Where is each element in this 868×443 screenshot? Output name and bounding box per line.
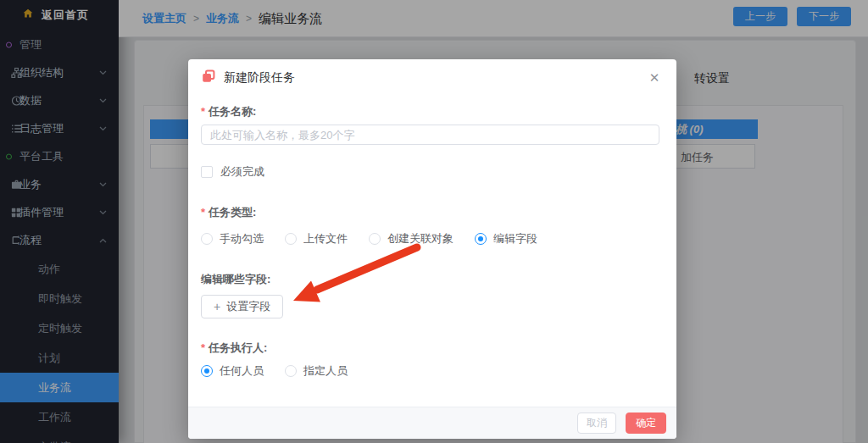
checkbox-icon[interactable]: [201, 166, 213, 178]
radio-icon[interactable]: [369, 233, 381, 245]
must-complete-label: 必须完成: [220, 164, 264, 180]
new-stage-task-modal: 新建阶段任务 ✕ *任务名称: 必须完成 *任务类型: 手动勾选: [188, 59, 676, 439]
radio-icon[interactable]: [285, 233, 297, 245]
radio-option-upload-file[interactable]: 上传文件: [285, 231, 348, 246]
radio-selected-icon[interactable]: [475, 233, 487, 245]
radio-option-any-person[interactable]: 任何人员: [201, 363, 264, 379]
radio-label: 手动勾选: [220, 231, 264, 246]
required-marker: *: [201, 206, 205, 219]
radio-icon[interactable]: [201, 233, 213, 245]
radio-label: 创建关联对象: [387, 231, 453, 246]
task-type-radio-group: 手动勾选 上传文件 创建关联对象 编辑字段: [201, 231, 537, 246]
task-type-label: *任务类型:: [201, 205, 256, 220]
task-name-input[interactable]: [201, 125, 659, 145]
radio-selected-icon[interactable]: [201, 365, 213, 377]
radio-option-edit-fields[interactable]: 编辑字段: [475, 231, 537, 246]
radio-option-manual-check[interactable]: 手动勾选: [201, 231, 264, 246]
confirm-button[interactable]: 确定: [626, 413, 666, 434]
radio-label: 上传文件: [303, 231, 348, 246]
edit-fields-label: 编辑哪些字段:: [201, 272, 270, 287]
required-marker: *: [201, 341, 205, 354]
radio-option-create-relation[interactable]: 创建关联对象: [369, 231, 453, 246]
modal-footer: 取消 确定: [188, 407, 676, 439]
app-root: 返回首页 管理 组织结构 数据: [0, 0, 868, 443]
set-fields-button-label: 设置字段: [226, 299, 270, 314]
radio-option-specified-person[interactable]: 指定人员: [285, 363, 348, 379]
must-complete-option[interactable]: 必须完成: [201, 164, 264, 180]
required-marker: *: [201, 105, 205, 118]
radio-label: 指定人员: [303, 363, 348, 379]
radio-label: 任何人员: [220, 363, 264, 379]
plus-icon: +: [214, 300, 220, 313]
task-executor-radio-group: 任何人员 指定人员: [201, 363, 348, 379]
cancel-button[interactable]: 取消: [577, 413, 616, 434]
modal-body: *任务名称: 必须完成 *任务类型: 手动勾选 上传文件: [188, 59, 676, 439]
task-name-label: *任务名称:: [201, 104, 256, 119]
radio-label: 编辑字段: [493, 231, 537, 246]
task-executor-label: *任务执行人:: [201, 341, 267, 356]
set-fields-button[interactable]: + 设置字段: [201, 295, 283, 318]
radio-icon[interactable]: [285, 365, 297, 377]
